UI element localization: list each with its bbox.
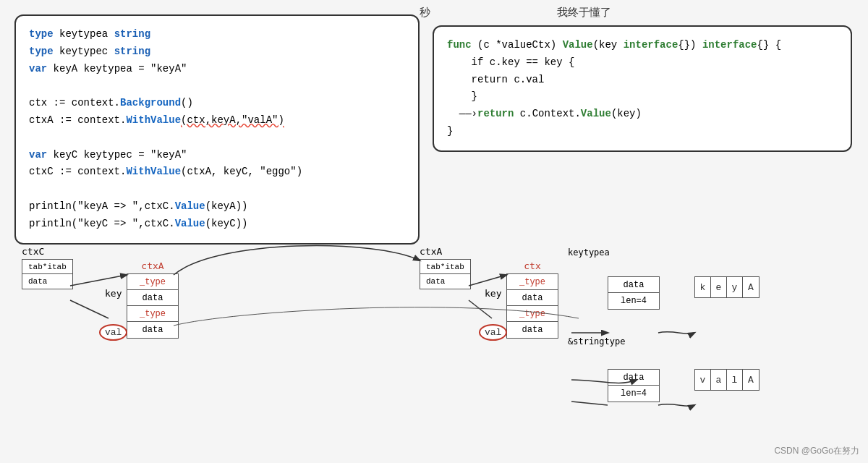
- keya-data-row: data: [608, 277, 659, 293]
- diagram-area: ctxC tab*itab data ctxA key _type data _…: [0, 246, 868, 463]
- vala-chars: v a l A: [694, 369, 760, 391]
- ctxc-tab-box: tab*itab data: [22, 259, 73, 289]
- ctx-type1-row: _type: [507, 274, 558, 290]
- main-container: 秒 我终于懂了 type keytypea string type keytyp…: [0, 0, 868, 463]
- ctx-data1-row: data: [507, 290, 558, 306]
- annotation-miao: 秒: [420, 6, 430, 20]
- fn-value-call: Value: [581, 108, 611, 119]
- vala-char-boxes: v a l A: [694, 369, 760, 391]
- code-line-8: var keyC keytypec = "keyA": [29, 147, 405, 164]
- ctxa-data1-row: data: [127, 290, 178, 306]
- annotation-懂了: 我终于懂了: [557, 6, 611, 20]
- kw-func: func: [447, 39, 472, 51]
- vala-len-row: len=4: [608, 386, 659, 402]
- fn-value1: Value: [175, 200, 205, 212]
- kw-var2: var: [29, 149, 47, 161]
- ctxa-val-label: val: [99, 324, 127, 341]
- ctx-type2: _type: [519, 309, 545, 319]
- ctxa-title: ctxA: [127, 260, 179, 271]
- code-right-1: func (c *valueCtx) Value(key interface{}…: [447, 37, 838, 54]
- fn-value-decl: Value: [563, 39, 593, 51]
- ctxa-val-oval: val: [99, 324, 127, 341]
- fn-background: Background: [120, 97, 181, 109]
- ctxa-tab-row: tab*itab: [420, 260, 470, 274]
- ctxa-data-row2: data: [420, 274, 470, 289]
- keya-data-section: data len=4: [608, 276, 660, 312]
- ctxc-label: ctxC: [22, 246, 73, 257]
- watermark: CSDN @GoGo在努力: [774, 445, 859, 457]
- char-a3: A: [743, 370, 759, 390]
- ctxc-tab-row: tab*itab: [22, 260, 72, 274]
- vala-data-row: data: [608, 370, 659, 386]
- ctxa-data2-row: data: [127, 322, 178, 338]
- keya-chars: k e y A: [694, 276, 760, 298]
- ctxa-tab-section: ctxA tab*itab data: [420, 246, 471, 289]
- ctx-struct-box: _type data _type data: [506, 273, 558, 339]
- stringtype-label: &stringtype: [568, 336, 625, 347]
- ctx-data2-row: data: [507, 322, 558, 338]
- kw-interface1: interface: [624, 39, 678, 51]
- ctx-title: ctx: [506, 260, 558, 271]
- ctxa-key-label: key: [105, 288, 122, 299]
- ctx-key-label: key: [485, 288, 501, 299]
- kw-string2: string: [114, 46, 150, 57]
- fn-withvalue2: WithValue: [126, 166, 181, 177]
- char-l: l: [727, 370, 743, 390]
- code-line-9: ctxC := context.WithValue(ctxA, keyC, "e…: [29, 163, 405, 181]
- code-line-5: ctx := context.Background(): [29, 95, 405, 112]
- ctxa-struct-section: ctxA key _type data _type data val: [127, 260, 179, 339]
- keya-char-boxes: k e y A: [694, 276, 760, 298]
- keya-data-box: data len=4: [608, 276, 660, 310]
- ctx-val-label: val: [479, 324, 507, 341]
- keya-len-row: len=4: [608, 293, 659, 309]
- code-line-11: println("keyA => ",ctxC.Value(keyA)): [29, 198, 405, 216]
- char-a: A: [743, 277, 759, 297]
- code-line-12: println("keyC => ",ctxC.Value(keyC)): [29, 216, 405, 233]
- char-k: k: [695, 277, 711, 297]
- code-line-10: [29, 181, 405, 198]
- code-right-6: }: [447, 123, 838, 140]
- code-right-3: return c.val: [447, 72, 838, 89]
- ctxa-section-label: ctxA: [420, 246, 471, 257]
- ctxa-tab-box: tab*itab data: [420, 259, 471, 289]
- ctx-struct-section: ctx key _type data _type data val keytyp…: [506, 260, 558, 339]
- code-right-2: if c.key == key {: [447, 54, 838, 72]
- ctxc-data-row: data: [22, 274, 72, 289]
- kw-var1: var: [29, 63, 47, 75]
- kw-string1: string: [114, 28, 150, 40]
- char-y: y: [727, 277, 743, 297]
- kw-type1: type: [29, 28, 54, 40]
- char-e: e: [711, 277, 727, 297]
- ctxa-struct-box: _type data _type data: [127, 273, 179, 339]
- code-line-2: type keytypec string: [29, 43, 405, 61]
- kw-interface2: interface: [702, 39, 757, 51]
- code-box-right: func (c *valueCtx) Value(key interface{}…: [433, 25, 852, 152]
- code-box-left: type keytypea string type keytypec strin…: [14, 14, 420, 245]
- fn-value2: Value: [175, 218, 205, 229]
- kw-return: return: [477, 108, 514, 119]
- ctx-type2-row: _type: [507, 306, 558, 322]
- char-v: v: [695, 370, 711, 390]
- kw-type2: type: [29, 46, 54, 57]
- code-line-4: [29, 77, 405, 95]
- vala-data-section: data len=4: [608, 369, 660, 404]
- code-right-4: }: [447, 88, 838, 106]
- code-line-6: ctxA := context.WithValue(ctx,keyA,"valA…: [29, 112, 405, 129]
- keytypea-label: keytypea: [568, 247, 610, 258]
- code-line-1: type keytypea string: [29, 26, 405, 43]
- ctx-val-oval: val: [479, 324, 507, 341]
- ctxa-type1: _type: [140, 277, 166, 287]
- fn-withvalue1: WithValue: [126, 114, 181, 126]
- code-line-7: [29, 129, 405, 147]
- code-right-5: ——›return c.Context.Value(key): [447, 106, 838, 123]
- ctxa-type2: _type: [140, 309, 166, 319]
- ctxc-section: ctxC tab*itab data: [22, 246, 73, 289]
- ctxa-type2-row: _type: [127, 306, 178, 322]
- code-line-3: var keyA keytypea = "keyA": [29, 61, 405, 78]
- ctxa-type1-row: _type: [127, 274, 178, 290]
- ctx-type1: _type: [519, 277, 545, 287]
- vala-data-box: data len=4: [608, 369, 660, 402]
- char-a2: a: [711, 370, 727, 390]
